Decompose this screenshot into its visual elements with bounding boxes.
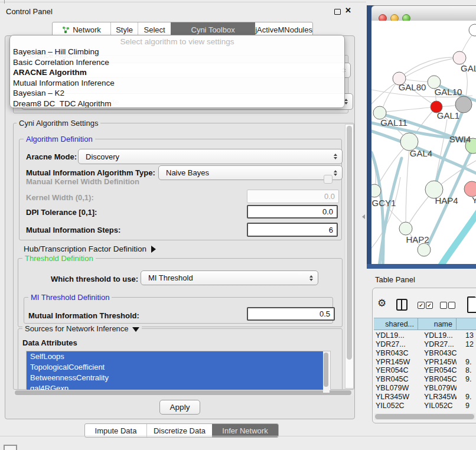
algorithm-option[interactable]: Dream8 DC_TDC Algorithm xyxy=(10,99,344,109)
mi-type-combo[interactable]: Naive Bayes xyxy=(158,165,343,180)
cell-shared-name: YBL079W xyxy=(374,384,418,393)
network-canvas[interactable]: GALGAL80GAL10GAL1GAL11GAL4SWI4GCY1HAP4YH… xyxy=(371,21,476,264)
checked-checkbox-icon[interactable]: ✓ xyxy=(426,302,433,309)
column-layout-icon[interactable] xyxy=(396,299,407,311)
unchecked-checkbox-icon[interactable] xyxy=(440,302,447,309)
attribute-item[interactable]: SelfLoops xyxy=(27,351,324,362)
which-threshold-combo[interactable]: MI Threshold xyxy=(141,270,318,285)
attributes-vscrollbar[interactable] xyxy=(323,351,330,393)
cell-value: 12 xyxy=(457,340,474,349)
cell-name: YDL19... xyxy=(418,331,457,340)
cell-value: 9. xyxy=(457,358,471,367)
column-header-clipped[interactable] xyxy=(457,318,476,330)
cell-value xyxy=(457,349,465,358)
tab-infer-network[interactable]: Infer Network xyxy=(212,424,278,437)
tab-select-label: Select xyxy=(144,25,165,34)
dpi-tolerance-value: 0.0 xyxy=(322,207,333,216)
attribute-item[interactable]: BetweennessCentrality xyxy=(27,373,324,383)
network-node-label: HAP2 xyxy=(406,234,429,244)
cell-name: YDR27... xyxy=(418,340,457,349)
kernel-width-field[interactable]: 0.0 xyxy=(247,190,339,203)
which-threshold-label: Which threshold to use: xyxy=(51,275,138,283)
tab-discretize-data[interactable]: Discretize Data xyxy=(146,424,212,437)
mi-threshold-group-title: MI Threshold Definition xyxy=(28,293,112,302)
mi-threshold-field[interactable]: 0.5 xyxy=(247,307,335,321)
cell-shared-name: YPR145W xyxy=(374,358,418,367)
column-header-name[interactable]: name xyxy=(418,318,457,330)
combo-stepper-icon xyxy=(309,275,313,281)
table-row[interactable]: YPR145W YPR145W 9. xyxy=(374,358,476,367)
gear-icon[interactable]: ⚙ xyxy=(377,297,386,309)
manual-kernel-label: Manual Kernel Width Definition xyxy=(26,177,139,186)
table-row[interactable]: YDL19... YDL19... 13 xyxy=(374,331,476,340)
which-threshold-value: MI Threshold xyxy=(148,273,193,282)
tab-network-label: Network xyxy=(73,25,101,34)
manual-kernel-checkbox[interactable] xyxy=(324,175,332,184)
table-row[interactable]: YBR043C YBR043C xyxy=(374,349,476,358)
algorithm-option[interactable]: ARACNE Algorithm xyxy=(10,67,344,78)
network-node-label: Y xyxy=(472,195,476,205)
mi-type-label: Mutual Information Algorithm Type: xyxy=(26,168,155,177)
algorithm-option[interactable]: Mutual Information Inference xyxy=(10,78,344,89)
splitpane-arrow-icon[interactable] xyxy=(362,214,365,219)
cell-value: 9 xyxy=(457,402,470,410)
partial-bottom-icon[interactable] xyxy=(4,445,17,450)
algorithm-option[interactable]: Basic Correlation Inference xyxy=(10,57,344,68)
network-node-label: GAL1 xyxy=(437,110,459,120)
cell-shared-name: YDL19... xyxy=(374,331,418,340)
table-row[interactable]: YBR045C YBR045C 9. xyxy=(374,375,476,384)
algorithm-option[interactable]: Bayesian – K2 xyxy=(10,88,344,99)
network-node[interactable] xyxy=(469,24,476,36)
attribute-item[interactable]: TopologicalCoefficient xyxy=(27,362,324,373)
top-divider xyxy=(0,2,366,2)
table-rows-viewport: YDL19... YDL19... 13 YDR27... YDR27... 1… xyxy=(374,331,476,412)
cell-name: YLR345W xyxy=(418,393,457,402)
checked-checkbox-icon[interactable]: ✓ xyxy=(418,302,425,309)
table-row[interactable]: YBL079W YBL079W xyxy=(374,384,476,393)
cyni-algorithm-settings-title: Cyni Algorithm Settings xyxy=(17,119,100,128)
hub-definition-toggle[interactable]: Hub/Transcription Factor Definition xyxy=(24,244,156,253)
top-left-tick xyxy=(4,0,5,4)
tab-discretize-label: Discretize Data xyxy=(154,426,206,435)
expand-arrow-icon xyxy=(132,327,139,332)
cell-name: YPR145W xyxy=(418,358,457,367)
network-node[interactable] xyxy=(418,243,431,256)
cell-value: 9. xyxy=(457,393,471,402)
table-row[interactable]: YDR27... YDR27... 12 xyxy=(374,340,476,349)
cell-shared-name: YLR345W xyxy=(374,393,418,402)
table-hscrollbar[interactable] xyxy=(374,413,475,420)
network-node-gal[interactable] xyxy=(453,51,466,64)
float-panel-icon[interactable] xyxy=(334,9,341,15)
cell-name: YBR043C xyxy=(418,349,457,358)
algorithm-popup-placeholder: Select algorithm to view settings xyxy=(10,37,344,47)
algorithm-option[interactable]: Bayesian – Hill Climbing xyxy=(10,47,344,57)
network-node-label: SWI4 xyxy=(449,134,471,144)
settings-vscrollbar[interactable] xyxy=(345,124,354,389)
network-window-titlebar[interactable] xyxy=(371,5,476,22)
mi-steps-label: Mutual Information Steps: xyxy=(26,226,120,234)
sources-title-label: Sources for Network Inference xyxy=(25,324,129,333)
column-header-shared[interactable]: shared... xyxy=(374,318,418,330)
attr-items: SelfLoopsTopologicalCoefficientBetweenne… xyxy=(27,351,330,394)
apply-button[interactable]: Apply xyxy=(159,400,200,415)
collapse-arrow-icon xyxy=(151,246,156,253)
network-node-hap2[interactable] xyxy=(399,222,412,235)
document-icon[interactable] xyxy=(467,296,476,313)
table-row[interactable]: YLR345W YLR345W 9. xyxy=(374,393,476,402)
dpi-tolerance-field[interactable]: 0.0 xyxy=(247,205,338,219)
settings-hscrollbar[interactable] xyxy=(14,390,353,396)
mi-type-value: Naive Bayes xyxy=(166,168,209,177)
table-row[interactable]: YIL052C YIL052C 9 xyxy=(374,402,476,410)
mi-steps-field[interactable]: 6 xyxy=(247,223,338,237)
sources-group-title[interactable]: Sources for Network Inference xyxy=(22,324,142,333)
kernel-width-label: Kernel Width (0,1): xyxy=(26,193,94,202)
table-row[interactable]: YER054C YER054C 8. xyxy=(374,366,476,375)
unchecked-checkbox-icon[interactable] xyxy=(448,302,455,309)
close-icon[interactable]: ✕ xyxy=(345,6,351,15)
aracne-mode-combo[interactable]: Discovery xyxy=(78,149,343,164)
cell-name: YBL079W xyxy=(418,384,457,393)
tab-impute-data[interactable]: Impute Data xyxy=(85,424,146,437)
cell-shared-name: YDR27... xyxy=(374,340,418,349)
aracne-mode-value: Discovery xyxy=(86,152,119,161)
algorithm-option-list: Bayesian – Hill ClimbingBasic Correlatio… xyxy=(10,47,344,108)
